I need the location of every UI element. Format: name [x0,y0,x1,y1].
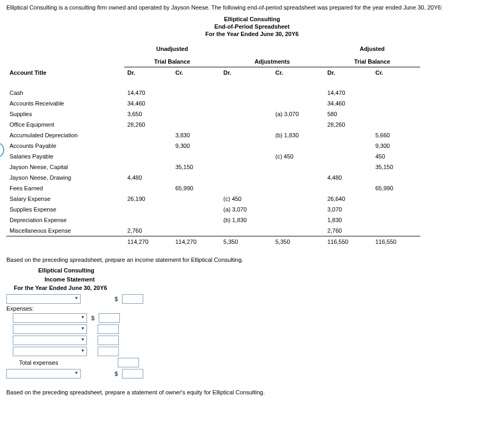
cell [124,151,172,162]
col-account-title: Account Title [6,67,124,78]
cell [372,87,420,98]
cell [124,140,172,151]
cell [272,140,324,151]
cell [124,215,172,225]
income-period: For the Year Ended June 30, 20Y6 [14,284,498,293]
income-company: Elliptical Consulting [38,266,498,275]
cell [324,162,372,172]
total-unadj-cr: 114,270 [172,236,221,248]
table-row: Supplies Expense(a) 3,0703,070 [6,204,420,215]
expense-3-amount[interactable] [98,336,119,345]
col-group-adjusted: Adjusted [324,41,420,54]
cell [272,162,324,172]
cell: 450 [372,151,420,162]
cell: 28,260 [124,119,172,130]
cell [220,140,272,151]
cell: 35,150 [172,162,221,172]
cell [124,130,172,140]
sheet-title: End-of-Period Spreadsheet [6,23,498,30]
cell [372,225,420,236]
cell: Fees Earned [6,183,124,193]
cell: (a) 3,070 [272,109,324,119]
col-adjust-dr: Dr. [220,67,272,78]
total-adjust-cr: 5,350 [272,236,324,248]
cell [272,183,324,193]
cell: 3,830 [172,130,221,140]
cell [124,204,172,215]
cell: 14,470 [324,87,372,98]
table-row: Accumulated Depreciation3,830(b) 1,8305,… [6,130,420,140]
col-unadj-dr: Dr. [124,67,172,78]
cell: Depreciation Expense [6,215,124,225]
cell [220,119,272,130]
col-group-unadjusted: Unadjusted [124,41,220,54]
cell: Accounts Receivable [6,98,124,109]
cell [372,193,420,204]
cell: Salary Expense [6,193,124,204]
net-income-amount[interactable] [122,369,143,378]
table-row: Jayson Neese, Drawing4,4804,480 [6,172,420,183]
cell [372,98,420,109]
cell: (b) 1,830 [272,130,324,140]
cell [272,193,324,204]
cell [272,119,324,130]
cell: Salaries Payable [6,151,124,162]
intro-text: Elliptical Consulting is a consulting fi… [6,4,498,11]
cell: Jayson Neese, Capital [6,162,124,172]
cell: 9,300 [372,140,420,151]
cell: 1,830 [324,215,372,225]
cell: (c) 450 [272,151,324,162]
cell: 4,480 [124,172,172,183]
cell [372,119,420,130]
cell [220,130,272,140]
table-row: Salary Expense26,190(c) 45026,640 [6,193,420,204]
cell: Jayson Neese, Drawing [6,172,124,183]
cell: 9,300 [172,140,221,151]
revenue-account-select[interactable] [6,294,81,304]
expense-3-select[interactable] [13,336,87,345]
cell [124,162,172,172]
cell [324,130,372,140]
cell [324,140,372,151]
cell: (c) 450 [220,193,272,204]
expense-4-select[interactable] [13,347,87,356]
cell [372,172,420,183]
revenue-amount-input[interactable] [122,294,143,304]
cell [172,193,221,204]
expense-1-amount[interactable] [99,313,120,323]
cell [220,162,272,172]
expense-1-select[interactable] [13,313,87,323]
col-group-adjustments: Adjustments [220,54,324,67]
table-row: Depreciation Expense(b) 1,8301,830 [6,215,420,225]
col-group-unadjusted-2: Trial Balance [124,54,220,67]
cell: Cash [6,87,124,98]
expense-2-amount[interactable] [98,324,119,334]
cell [172,87,221,98]
page-edge-tab [0,142,4,158]
cell [324,151,372,162]
total-adj-cr: 116,550 [372,236,420,248]
cell [372,215,420,225]
cell [272,172,324,183]
cell [220,151,272,162]
col-adj-cr: Cr. [372,67,420,78]
cell: 35,150 [372,162,420,172]
expense-4-amount[interactable] [98,347,119,356]
cell [220,87,272,98]
total-adjust-dr: 5,350 [220,236,272,248]
net-income-select[interactable] [6,369,81,378]
cell [272,215,324,225]
cell: 65,990 [372,183,420,193]
table-row: Jayson Neese, Capital35,15035,150 [6,162,420,172]
cell: 34,460 [124,98,172,109]
cell [220,225,272,236]
table-row: Miscellaneous Expense2,7602,760 [6,225,420,236]
cell [172,215,221,225]
cell: (a) 3,070 [220,204,272,215]
total-expenses-amount[interactable] [118,358,139,367]
dollar-sign: $ [115,296,118,302]
cell [172,151,221,162]
expense-2-select[interactable] [13,324,87,334]
cell [172,225,221,236]
cell: 26,190 [124,193,172,204]
